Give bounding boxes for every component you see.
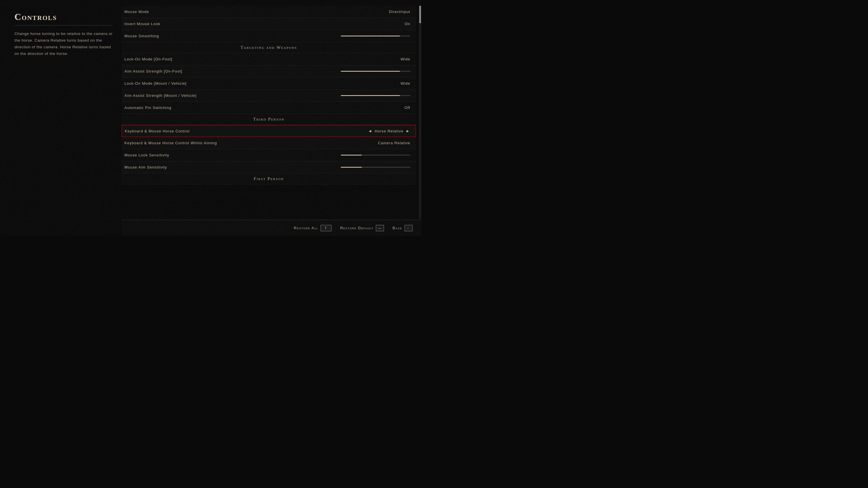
setting-row[interactable]: Invert Mouse LookOn (122, 18, 416, 30)
left-panel: Controls Change horse turning to be rela… (0, 6, 122, 236)
setting-value: Wide (400, 81, 410, 86)
fade-overlay (122, 191, 411, 202)
setting-row[interactable]: Aim Assist Strength [Mount / Vehicle] (122, 90, 416, 102)
page: Controls Change horse turning to be rela… (0, 0, 421, 236)
back-key: ← (404, 225, 412, 231)
slider-fill (341, 36, 400, 36)
setting-label: Invert Mouse Look (124, 22, 160, 26)
section-header: Targeting and Weapons (122, 42, 416, 53)
setting-row[interactable]: Keyboard & Mouse Horse Control Whilst Ai… (122, 137, 416, 149)
right-arrow-icon[interactable]: ► (406, 129, 410, 133)
slider-track[interactable] (341, 36, 410, 36)
setting-value: Camera Relative (378, 141, 410, 145)
setting-value (341, 36, 410, 36)
section-header: Third Person (122, 114, 416, 125)
back-action[interactable]: Back ← (393, 225, 412, 231)
setting-value: On (405, 22, 410, 26)
setting-label: Aim Assist Strength [On-Foot] (124, 69, 182, 73)
setting-row[interactable]: Mouse Look Sensitivity (122, 149, 416, 161)
settings-list: Mouse ModeDirectInputInvert Mouse LookOn… (122, 6, 416, 185)
restore-all-key: ⇧ (320, 225, 332, 231)
scrollbar[interactable] (419, 6, 421, 219)
settings-container: Mouse ModeDirectInputInvert Mouse LookOn… (122, 6, 416, 219)
setting-value (341, 167, 410, 168)
left-arrow-icon[interactable]: ◄ (368, 129, 372, 133)
setting-row[interactable]: Lock-On Mode [On-Foot]Wide (122, 53, 416, 65)
right-panel: Mouse ModeDirectInputInvert Mouse LookOn… (122, 6, 421, 236)
description: Change horse turning to be relative to t… (14, 31, 113, 57)
setting-label: Automatic Pin Switching (124, 105, 171, 110)
setting-value (341, 71, 410, 72)
setting-row[interactable]: Aim Assist Strength [On-Foot] (122, 65, 416, 77)
restore-default-label: Restore Default (340, 226, 374, 230)
setting-row[interactable]: Mouse Smoothing (122, 30, 416, 42)
selector-value: Horse Relative (375, 129, 403, 133)
scrollbar-thumb (419, 6, 421, 23)
slider-track[interactable] (341, 95, 410, 96)
setting-label: Keyboard & Mouse Horse Control (125, 129, 189, 133)
setting-label: Mouse Smoothing (124, 34, 159, 38)
setting-label: Aim Assist Strength [Mount / Vehicle] (124, 93, 196, 98)
slider-track[interactable] (341, 155, 410, 156)
restore-all-label: Restore All (294, 226, 318, 230)
slider-fill (341, 95, 400, 96)
setting-row[interactable]: Mouse ModeDirectInput (122, 6, 416, 18)
setting-row[interactable]: Keyboard & Mouse Horse Control◄Horse Rel… (122, 125, 416, 137)
setting-value (341, 155, 410, 156)
setting-value (341, 95, 410, 96)
setting-row[interactable]: Lock-On Mode [Mount / Vehicle]Wide (122, 77, 416, 90)
setting-label: Mouse Aim Sensitivity (124, 165, 167, 169)
bottom-bar: Restore All ⇧ Restore Default — Back ← (122, 220, 421, 236)
slider-fill (341, 167, 362, 168)
slider-track[interactable] (341, 71, 410, 72)
setting-label: Mouse Mode (124, 9, 149, 14)
setting-value: DirectInput (389, 9, 410, 14)
restore-default-key: — (376, 225, 384, 231)
setting-row[interactable]: Mouse Aim Sensitivity (122, 161, 416, 173)
restore-all-action[interactable]: Restore All ⇧ (294, 225, 331, 231)
setting-value: Wide (400, 57, 410, 61)
setting-label: Lock-On Mode [On-Foot] (124, 57, 173, 61)
setting-value: Off (404, 105, 410, 110)
section-header: First Person (122, 173, 416, 185)
slider-fill (341, 155, 362, 156)
setting-label: Lock-On Mode [Mount / Vehicle] (124, 81, 187, 86)
setting-label: Mouse Look Sensitivity (124, 153, 169, 157)
slider-track[interactable] (341, 167, 410, 168)
back-label: Back (393, 226, 402, 230)
slider-fill (341, 71, 400, 72)
page-title: Controls (14, 11, 113, 26)
setting-row[interactable]: Automatic Pin SwitchingOff (122, 102, 416, 114)
setting-label: Keyboard & Mouse Horse Control Whilst Ai… (124, 141, 217, 145)
setting-value: ◄Horse Relative► (368, 129, 410, 133)
restore-default-action[interactable]: Restore Default — (340, 225, 384, 231)
